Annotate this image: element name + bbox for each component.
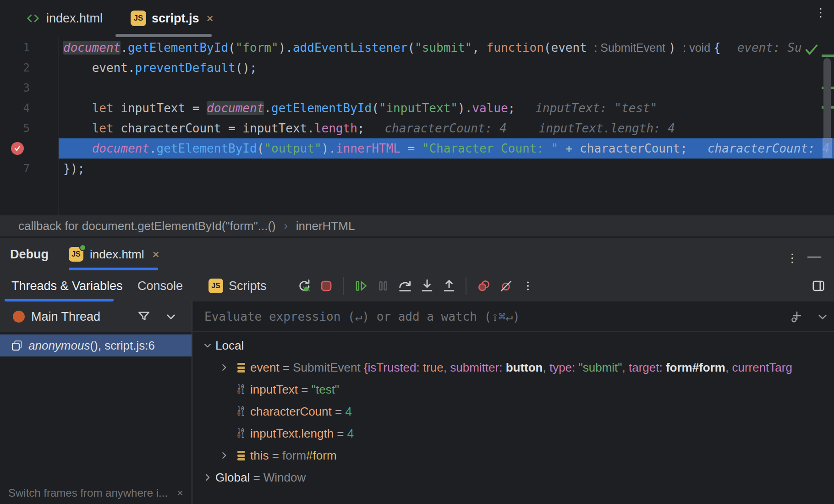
chevron-right-icon[interactable] — [216, 362, 232, 373]
step-out-icon[interactable] — [438, 275, 460, 297]
stack-frame-row[interactable]: anonymous(), script.js:6 — [0, 334, 192, 356]
variable-row[interactable]: 1001inputText.length = 4 — [193, 422, 834, 444]
variable-token: form#form — [666, 361, 725, 375]
stop-icon[interactable] — [315, 275, 337, 297]
thread-icon — [13, 311, 25, 323]
variable-token: 4 — [347, 427, 354, 441]
evaluate-expression-bar[interactable]: Evaluate expression (↵) or add a watch (… — [193, 301, 834, 332]
tab-scripts[interactable]: JS Scripts — [208, 270, 267, 301]
code-token: "form" — [236, 41, 279, 55]
more-icon[interactable] — [517, 275, 539, 297]
tab-label: Scripts — [229, 279, 267, 293]
variable-row[interactable]: 1001inputText = "test" — [193, 378, 834, 400]
breadcrumb-separator-icon: › — [284, 219, 288, 232]
variable-token: = — [269, 449, 282, 463]
tab-index-html[interactable]: index.html — [25, 0, 103, 37]
code-token: let — [92, 101, 114, 115]
code-line[interactable]: document.getElementById("output").innerH… — [59, 138, 834, 159]
filter-icon[interactable] — [137, 309, 151, 324]
rerun-debug-icon[interactable] — [293, 275, 315, 297]
code-token: + characterCount; — [558, 142, 687, 155]
tab-label: script.js — [152, 11, 199, 26]
variables-tree: Localevent = SubmitEvent {isTrusted: tru… — [193, 334, 834, 504]
variable-token: event — [250, 361, 280, 375]
line-number[interactable]: 2 — [0, 58, 58, 78]
code-token: inputText: "test" — [535, 101, 657, 115]
more-icon[interactable]: ⋮ — [815, 10, 827, 15]
variable-token: "submit" — [579, 361, 622, 375]
breakpoint-icon[interactable] — [11, 142, 24, 155]
tab-console[interactable]: Console — [137, 270, 183, 301]
primitive-variable-icon: 1001 — [232, 428, 250, 438]
code-token: ( — [228, 41, 236, 55]
code-line[interactable]: document.getElementById("form").addEvent… — [59, 38, 834, 58]
chevron-down-icon[interactable] — [816, 310, 829, 323]
variable-row[interactable]: event = SubmitEvent {isTrusted: true, su… — [193, 356, 834, 378]
inspections-ok-icon[interactable] — [804, 43, 819, 57]
code-token: event — [551, 41, 594, 55]
step-over-icon[interactable] — [394, 275, 416, 297]
mute-breakpoints-icon[interactable] — [495, 275, 517, 297]
more-icon[interactable]: ⋮ — [786, 256, 798, 260]
code-token: "output" — [264, 142, 321, 155]
minimize-icon[interactable]: — — [807, 248, 821, 264]
code-token: ). — [279, 41, 293, 55]
debug-session-tab[interactable]: JS index.html × — [69, 238, 159, 270]
object-variable-icon — [232, 363, 250, 373]
breakpoint-gutter[interactable] — [0, 138, 58, 159]
code-line[interactable]: event.preventDefault(); — [59, 58, 834, 78]
variable-row[interactable]: Local — [193, 334, 834, 356]
code-token: getElementById — [157, 142, 257, 155]
code-editor[interactable]: 123457 document.getElementById("form").a… — [0, 38, 834, 215]
layout-settings-icon[interactable] — [807, 275, 829, 297]
code-token: function — [487, 41, 544, 55]
variable-token: this — [250, 449, 269, 463]
add-watch-icon[interactable] — [789, 309, 805, 324]
tab-threads-variables[interactable]: Threads & Variables — [11, 270, 123, 301]
banner-text: Switch frames from anywhere i... — [8, 487, 168, 499]
thread-selector[interactable]: Main Thread — [0, 301, 192, 332]
code-line[interactable]: }); — [59, 159, 834, 179]
editor-gutter: 123457 — [0, 38, 59, 215]
line-number[interactable]: 4 — [0, 98, 58, 118]
js-file-icon: JS — [131, 11, 146, 26]
debug-header: Debug JS index.html × ⋮ — — [0, 238, 834, 270]
variable-row[interactable]: Global = Window — [193, 466, 834, 488]
line-number[interactable]: 3 — [0, 78, 58, 98]
variable-row[interactable]: this = form#form — [193, 444, 834, 466]
close-icon[interactable]: × — [177, 487, 183, 499]
variable-token: Window — [263, 471, 306, 485]
tab-script-js[interactable]: JS script.js × — [131, 0, 214, 37]
breadcrumb: callback for document.getElementById("fo… — [0, 215, 834, 237]
breadcrumb-item[interactable]: innerHTML — [296, 219, 355, 233]
variable-token: , — [725, 361, 732, 375]
code-line[interactable]: let inputText = document.getElementById(… — [59, 98, 834, 118]
breadcrumb-item[interactable]: callback for document.getElementById("fo… — [18, 219, 276, 233]
code-line[interactable] — [59, 78, 834, 98]
chevron-right-icon[interactable] — [216, 449, 232, 461]
code-token: value — [472, 101, 508, 115]
variable-token: = — [334, 427, 347, 441]
object-variable-icon — [232, 451, 250, 460]
chevron-down-icon[interactable] — [200, 340, 215, 351]
view-breakpoints-icon[interactable] — [473, 275, 495, 297]
debug-tab-label: index.html — [90, 247, 144, 262]
code-token: ( — [544, 41, 551, 55]
close-icon[interactable]: × — [153, 247, 159, 262]
resume-icon[interactable] — [350, 275, 372, 297]
close-icon[interactable]: × — [207, 11, 214, 26]
code-token: length — [314, 121, 357, 135]
editor-scrollbar[interactable] — [823, 58, 831, 143]
pause-icon[interactable] — [372, 275, 394, 297]
code-token: ; — [357, 121, 365, 135]
chevron-right-icon[interactable] — [200, 471, 215, 483]
line-number[interactable]: 7 — [0, 159, 58, 179]
line-number[interactable]: 1 — [0, 38, 58, 58]
code-line[interactable]: let characterCount = inputText.length;ch… — [59, 118, 834, 138]
chevron-down-icon[interactable] — [164, 310, 178, 323]
variable-row[interactable]: 1001characterCount = 4 — [193, 400, 834, 422]
step-into-icon[interactable] — [416, 275, 438, 297]
code-token: "inputText" — [379, 101, 458, 115]
line-number[interactable]: 5 — [0, 118, 58, 138]
editor-scrollbar-exec-segment — [823, 138, 832, 158]
